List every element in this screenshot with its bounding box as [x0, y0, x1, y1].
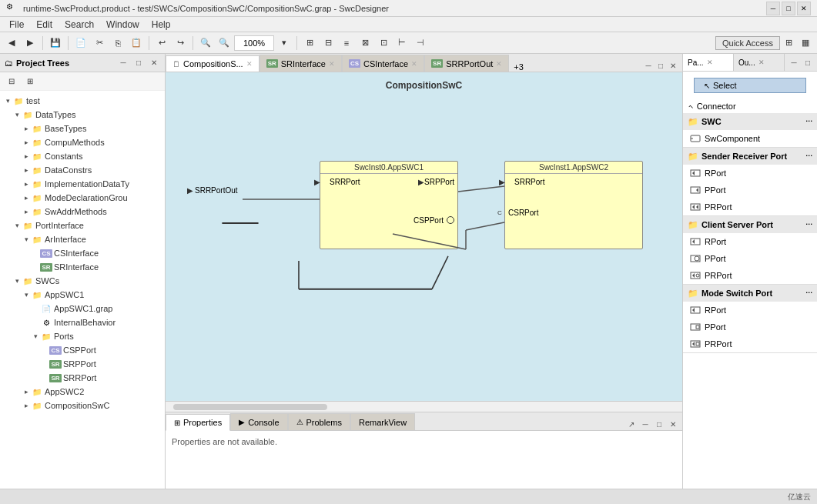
toolbar-save[interactable]: 💾 [47, 35, 64, 52]
toolbar-new[interactable]: 📄 [72, 35, 89, 52]
tree-item-constants[interactable]: ▸📁Constants [0, 149, 165, 163]
tree-item-arinterface[interactable]: ▾📁ArInterface [0, 232, 165, 246]
tab-srinterface[interactable]: SR SRInterface ✕ [259, 55, 342, 72]
bottom-minimize[interactable]: ─ [639, 418, 651, 430]
panel-close[interactable]: ✕ [148, 57, 160, 69]
menu-window[interactable]: Window [100, 18, 146, 32]
right-tab-pa-close[interactable]: ✕ [707, 58, 713, 66]
expand-all[interactable]: ⊞ [22, 73, 39, 90]
menu-edit[interactable]: Edit [30, 18, 59, 32]
tree-item-datatypes[interactable]: ▾📁DataTypes [0, 108, 165, 122]
diagram-canvas[interactable]: CompositionSwC ▶ SRRPortOut [166, 72, 682, 412]
right-tab-pa[interactable]: Pa... ✕ [683, 54, 734, 71]
tree-item-compumethods[interactable]: ▸📁CompuMethods [0, 135, 165, 149]
h-scrollbar-thumb[interactable] [173, 404, 327, 410]
menu-help[interactable]: Help [146, 18, 177, 32]
bottom-open-editor[interactable]: ↗ [625, 418, 638, 430]
toolbar-forward[interactable]: ▶ [22, 35, 39, 52]
toolbar-paste[interactable]: 📋 [128, 35, 145, 52]
tree-item-swaddrmethods[interactable]: ▸📁SwAddrMethods [0, 205, 165, 219]
tree-item-dataconstr[interactable]: ▸📁DataConstrs [0, 163, 165, 177]
tab-srrportout[interactable]: SR SRRPortOut ✕ [424, 55, 509, 72]
h-scrollbar[interactable] [166, 401, 682, 412]
right-minimize[interactable]: ─ [788, 56, 800, 68]
tree-item-appswc1grap[interactable]: 📄AppSWC1.grap [0, 302, 165, 315]
toolbar-align[interactable]: ≡ [338, 35, 355, 52]
select-button[interactable]: ↖ Select [694, 78, 806, 93]
swc2-srrport[interactable]: ▶ SRRPort [505, 174, 642, 189]
ms-pport-item[interactable]: PPort [683, 319, 817, 335]
sr-rport-item[interactable]: RPort [683, 165, 817, 182]
tab-console[interactable]: ▶Console [230, 413, 287, 430]
tree-item-test[interactable]: ▾📁test [0, 94, 165, 108]
toolbar-cut[interactable]: ✂ [91, 35, 108, 52]
tab-problems[interactable]: ⚠Problems [288, 413, 350, 430]
cs-collapse[interactable]: ⋯ [805, 221, 812, 229]
toolbar-layout[interactable]: ⊟ [320, 35, 337, 52]
toolbar-settings[interactable]: ▦ [797, 35, 814, 52]
bottom-close[interactable]: ✕ [667, 418, 679, 430]
swc1-box[interactable]: SwcInst0.AppSWC1 ▶ SRRPort ▶ SRPPort CSP… [320, 161, 458, 249]
toolbar-grid[interactable]: ⊞ [301, 35, 318, 52]
panel-maximize[interactable]: □ [132, 57, 145, 69]
bottom-maximize[interactable]: □ [653, 418, 665, 430]
tree-item-ports[interactable]: ▾📁Ports [0, 329, 165, 343]
menu-search[interactable]: Search [59, 18, 100, 32]
sr-collapse[interactable]: ⋯ [805, 152, 812, 160]
tree-item-srpport[interactable]: SRSRPPort [0, 357, 165, 371]
toolbar-more2[interactable]: ⊢ [393, 35, 410, 52]
tree-item-compositionswc[interactable]: ▸📁CompositionSwC [0, 399, 165, 412]
swc1-cspport[interactable]: CSPPort [320, 212, 457, 228]
toolbar-more3[interactable]: ⊣ [412, 35, 429, 52]
toolbar-copy[interactable]: ⎘ [109, 35, 126, 52]
tree-item-internalbehavior[interactable]: ⚙InternalBehavior [0, 315, 165, 329]
swc2-csrport[interactable]: C CSRPort [505, 205, 642, 220]
right-tab-ou-close[interactable]: ✕ [758, 58, 765, 66]
cs-rport-item[interactable]: RPort [683, 233, 817, 250]
toolbar-zoom-drop[interactable]: ▾ [276, 35, 293, 52]
close-button[interactable]: ✕ [797, 2, 811, 15]
ms-rport-item[interactable]: RPort [683, 302, 817, 319]
tree-item-appswc2[interactable]: ▸📁AppSWC2 [0, 385, 165, 399]
tree-item-srinterface[interactable]: SRSRInterface [0, 260, 165, 274]
tree-item-swcs[interactable]: ▾📁SWCs [0, 274, 165, 288]
editor-minimize[interactable]: ─ [642, 59, 655, 72]
cs-prport-item[interactable]: PRPort [683, 267, 817, 284]
tree-item-cspport[interactable]: CSCSPPort [0, 343, 165, 357]
editor-maximize[interactable]: □ [655, 59, 667, 72]
tab-composition[interactable]: 🗒 CompositionS... ✕ [166, 55, 259, 72]
tree-item-impldata[interactable]: ▸📁ImplementationDataTy [0, 177, 165, 191]
tree-item-srrport[interactable]: SRSRRPort [0, 371, 165, 385]
cs-pport-item[interactable]: PPort [683, 250, 817, 267]
tab-csinterface[interactable]: CS CSInterface ✕ [342, 55, 424, 72]
tab-srrportout-close[interactable]: ✕ [496, 60, 502, 68]
swc2-box[interactable]: SwcInst1.AppSWC2 ▶ SRRPort C CSRPort [504, 161, 643, 249]
sr-pport-item[interactable]: PPort [683, 182, 817, 199]
tab-composition-close[interactable]: ✕ [246, 60, 253, 68]
tree-item-csinterface[interactable]: CSCSInterface [0, 246, 165, 260]
swc1-srrport[interactable]: ▶ SRRPort ▶ SRPPort [320, 174, 457, 189]
menu-file[interactable]: File [3, 18, 30, 32]
tab-remarkview[interactable]: RemarkView [350, 413, 415, 430]
ms-collapse[interactable]: ⋯ [805, 289, 812, 297]
toolbar-back[interactable]: ◀ [3, 35, 20, 52]
right-tab-ou[interactable]: Ou... ✕ [734, 54, 784, 71]
tree-item-basetypes[interactable]: ▸📁BaseTypes [0, 122, 165, 135]
toolbar-undo[interactable]: ↩ [153, 35, 170, 52]
toolbar-options[interactable]: ⊞ [780, 35, 797, 52]
tab-srinterface-close[interactable]: ✕ [329, 60, 335, 68]
toolbar-dist[interactable]: ⊠ [357, 35, 373, 52]
zoom-level[interactable]: 100% [234, 35, 274, 51]
swc-component-item[interactable]: SwComponent [683, 130, 817, 147]
swc-collapse[interactable]: ⋯ [805, 118, 812, 125]
right-maximize[interactable]: □ [802, 56, 814, 68]
project-tree[interactable]: ▾📁test▾📁DataTypes▸📁BaseTypes▸📁CompuMetho… [0, 91, 165, 504]
tab-csinterface-close[interactable]: ✕ [411, 60, 417, 68]
minimize-button[interactable]: ─ [766, 2, 780, 15]
ms-prport-item[interactable]: PRPort [683, 335, 817, 352]
collapse-all[interactable]: ⊟ [3, 73, 20, 90]
toolbar-zoomout[interactable]: 🔍 [216, 35, 233, 52]
panel-minimize[interactable]: ─ [117, 57, 129, 69]
tree-item-appswc1[interactable]: ▾📁AppSWC1 [0, 288, 165, 302]
sr-prport-item[interactable]: PRPort [683, 199, 817, 215]
